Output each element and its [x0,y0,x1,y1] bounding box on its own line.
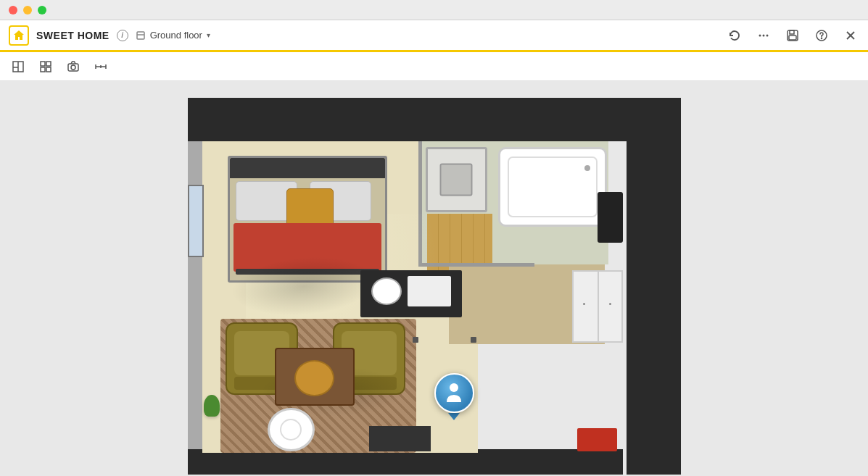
appbar-left: SWEET HOME i Ground floor ▾ [9,25,210,46]
camera-tool-button[interactable] [61,57,86,76]
svg-point-25 [450,383,458,392]
coffee-table [275,348,355,406]
close-button[interactable] [9,6,17,14]
wall-right [627,98,681,475]
undo-button[interactable] [726,27,743,44]
round-table-bottom [268,408,315,451]
svg-point-20 [71,65,75,70]
svg-rect-18 [46,67,51,72]
wall-bottom [188,449,623,475]
dark-fixture [598,192,623,243]
titlebar [0,0,868,20]
floor-plan-tool-button[interactable] [6,57,30,76]
bathtub [498,147,607,227]
tv-stand-bottom [369,426,431,451]
chevron-down-icon: ▾ [207,31,210,39]
svg-point-3 [763,34,765,36]
wardrobe [572,270,623,343]
save-button[interactable] [784,27,801,44]
plant [204,395,220,417]
floor-dropdown[interactable]: Ground floor ▾ [136,30,210,41]
svg-point-2 [759,34,761,36]
svg-rect-15 [41,62,45,66]
maximize-button[interactable] [38,6,46,14]
svg-point-9 [822,38,822,38]
help-button[interactable] [813,27,830,44]
svg-rect-16 [46,62,51,66]
svg-rect-0 [137,32,144,39]
floor-label: Ground floor [150,30,202,41]
svg-point-4 [766,34,769,36]
minimize-button[interactable] [23,6,32,14]
vanity [360,270,462,317]
home-icon [9,25,29,46]
wall-top [188,98,681,141]
info-icon[interactable]: i [117,30,128,41]
window-left [188,185,204,257]
app-title: SWEET HOME [36,30,109,41]
divider-vertical [418,141,422,264]
shower [426,147,487,212]
toolbar [0,52,868,81]
more-button[interactable] [755,27,772,44]
appbar: SWEET HOME i Ground floor ▾ [0,20,868,52]
person-avatar[interactable] [434,373,474,420]
svg-rect-6 [790,30,794,34]
red-sofa-end [577,428,617,451]
outlet-2 [471,337,476,343]
appbar-right [726,27,859,44]
furniture-tool-button[interactable] [33,57,58,76]
divider-horizontal [418,263,534,267]
bed-shadow [228,251,378,321]
outlet-1 [413,337,418,343]
floorplan [188,98,681,475]
svg-rect-17 [41,67,45,72]
measure-tool-button[interactable] [88,57,113,76]
main-content[interactable] [0,81,868,476]
svg-rect-7 [789,36,796,40]
close-window-button[interactable] [842,27,859,44]
